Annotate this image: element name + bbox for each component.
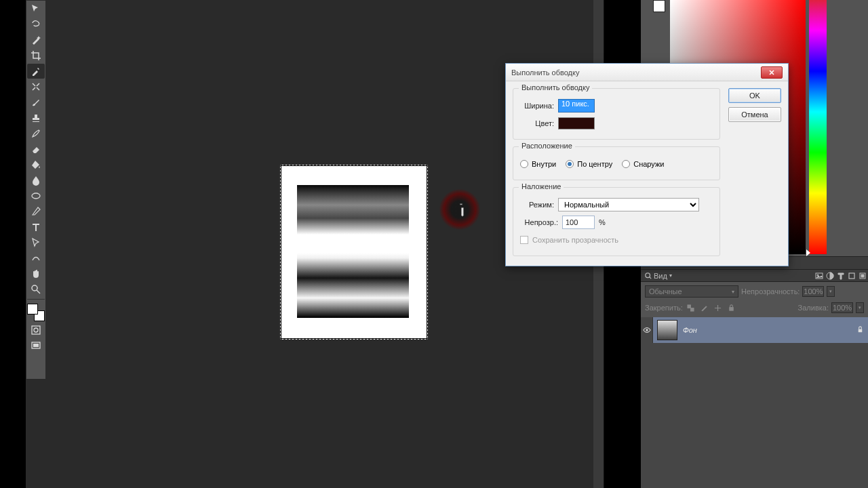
layers-tab-kind[interactable]: Вид ▾ <box>641 270 676 281</box>
lock-all-icon[interactable] <box>726 302 737 313</box>
layer-visibility-toggle[interactable] <box>641 317 653 343</box>
canvas-document[interactable] <box>280 165 428 340</box>
lasso-tool[interactable] <box>27 17 45 32</box>
history-brush-tool[interactable] <box>27 126 45 141</box>
filter-adjust-icon[interactable] <box>825 270 835 281</box>
sponge-tool[interactable] <box>27 188 45 203</box>
filter-image-icon[interactable] <box>814 270 825 281</box>
color-label: Цвет: <box>520 119 554 127</box>
filter-smart-icon[interactable] <box>857 270 868 281</box>
svg-rect-15 <box>730 307 734 310</box>
opacity-label: Непрозр.: <box>520 218 558 226</box>
shape-tool[interactable] <box>27 251 45 266</box>
layer-list: Фон <box>641 317 868 488</box>
divider <box>27 299 45 300</box>
svg-rect-14 <box>691 308 694 311</box>
cancel-button[interactable]: Отмена <box>728 107 781 122</box>
layer-thumbnail[interactable] <box>657 320 677 340</box>
radio-center[interactable]: По центру <box>566 160 612 168</box>
filter-shape-icon[interactable] <box>846 270 857 281</box>
radio-icon <box>622 160 630 168</box>
fill-dropdown[interactable]: ▾ <box>856 302 864 313</box>
color-swatch[interactable] <box>558 117 595 129</box>
lock-position-icon[interactable] <box>713 302 724 313</box>
blur-tool[interactable] <box>27 173 45 188</box>
move-tool[interactable] <box>27 1 45 16</box>
eraser-tool[interactable] <box>27 142 45 157</box>
lock-paint-icon[interactable] <box>699 302 710 313</box>
percent-label: % <box>599 218 606 226</box>
ok-button[interactable]: OK <box>728 88 781 103</box>
svg-point-1 <box>32 285 37 291</box>
svg-rect-12 <box>861 274 864 277</box>
dialog-titlebar[interactable]: Выполнить обводку <box>506 64 788 81</box>
dialog-title-text: Выполнить обводку <box>511 68 579 77</box>
lock-label: Закрепить: <box>645 304 683 312</box>
layers-tab-bar: Вид ▾ <box>641 270 868 282</box>
hue-slider-handle-icon[interactable] <box>806 249 810 256</box>
radio-outside-label: Снаружи <box>633 160 664 168</box>
opacity-value[interactable]: 100% <box>802 286 824 297</box>
radio-icon <box>520 160 528 168</box>
layer-name[interactable]: Фон <box>683 326 697 334</box>
preserve-checkbox <box>520 236 528 244</box>
lock-pixels-icon[interactable] <box>686 302 696 313</box>
radio-inside[interactable]: Внутри <box>520 160 556 168</box>
zoom-tool[interactable] <box>27 282 45 297</box>
stroke-group-title: Выполнить обводку <box>519 83 592 92</box>
svg-point-6 <box>646 272 650 277</box>
location-group-title: Расположение <box>519 142 575 150</box>
radio-outside[interactable]: Снаружи <box>622 160 664 168</box>
magic-wand-tool[interactable] <box>27 33 45 47</box>
svg-point-3 <box>34 328 38 332</box>
mode-label: Режим: <box>520 201 554 209</box>
width-input[interactable]: 10 пикс. <box>558 99 595 113</box>
stroke-dialog: Выполнить обводку Выполнить обводку Шири… <box>505 63 789 266</box>
hand-tool[interactable] <box>27 266 45 281</box>
picker-fg-swatch[interactable] <box>653 0 665 12</box>
bucket-tool[interactable] <box>27 157 45 172</box>
filter-text-icon[interactable] <box>835 270 846 281</box>
blend-group: Наложение Режим: Нормальный Непрозр.: % … <box>513 187 720 256</box>
text-tool[interactable] <box>27 220 45 235</box>
svg-point-0 <box>32 193 40 199</box>
portrait-image <box>297 185 409 318</box>
dialog-close-button[interactable] <box>761 66 783 79</box>
rearrange-tool[interactable] <box>27 79 45 94</box>
width-label: Ширина: <box>520 102 554 110</box>
tool-strip <box>26 0 46 380</box>
svg-rect-13 <box>688 304 691 308</box>
fill-value[interactable]: 100% <box>831 302 853 313</box>
opacity-input[interactable] <box>562 216 595 229</box>
svg-rect-17 <box>859 329 863 332</box>
pen-tool[interactable] <box>27 204 45 219</box>
blend-mode-select[interactable]: Обычные▾ <box>645 285 738 298</box>
svg-point-16 <box>646 329 648 331</box>
fg-color-swatch[interactable] <box>27 304 38 314</box>
svg-rect-2 <box>32 326 40 334</box>
layers-tab-label: Вид <box>654 272 667 280</box>
blend-group-title: Наложение <box>519 182 564 190</box>
stamp-tool[interactable] <box>27 110 45 125</box>
radio-center-label: По центру <box>577 160 612 168</box>
screenmode-toggle[interactable] <box>27 338 45 353</box>
crop-tool[interactable] <box>27 48 45 63</box>
layer-lock-icon <box>856 326 864 335</box>
eyedropper-tool[interactable] <box>27 64 45 79</box>
radio-icon <box>566 160 574 168</box>
opacity-dropdown[interactable]: ▾ <box>827 286 835 297</box>
color-swatches[interactable] <box>27 304 45 321</box>
eyedropper-cursor-icon <box>454 201 469 216</box>
preserve-label: Сохранить прозрачность <box>532 236 618 244</box>
radio-inside-label: Внутри <box>532 160 556 168</box>
quickmask-toggle[interactable] <box>27 323 45 338</box>
fill-label: Заливка: <box>798 304 829 312</box>
mode-select[interactable]: Нормальный <box>558 198 699 211</box>
layer-row[interactable]: Фон <box>653 317 868 343</box>
brush-tool[interactable] <box>27 95 45 110</box>
stroke-group: Выполнить обводку Ширина: 10 пикс. Цвет: <box>513 88 720 140</box>
svg-rect-10 <box>849 273 854 279</box>
hue-slider[interactable] <box>809 0 827 254</box>
path-select-tool[interactable] <box>27 235 45 250</box>
blend-mode-value: Обычные <box>649 287 682 296</box>
